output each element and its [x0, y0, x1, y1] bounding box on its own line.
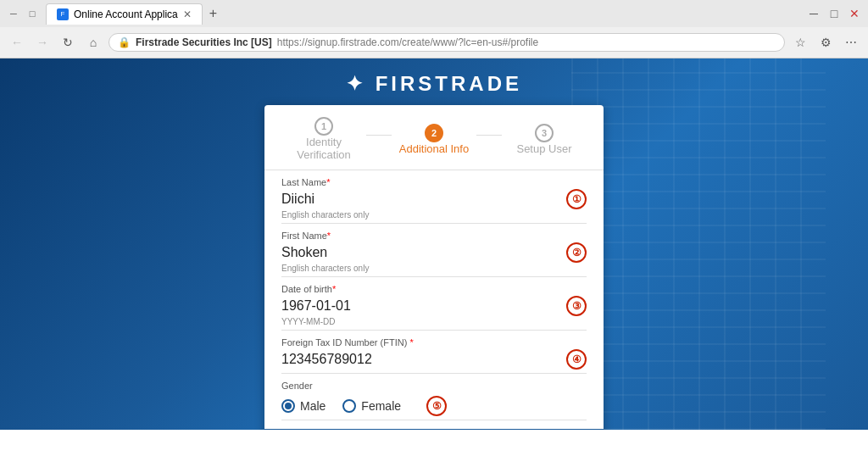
badge-2: ②: [566, 242, 587, 263]
logo-area: ✦ FIRSTRADE: [346, 72, 522, 96]
minimize-button[interactable]: ─: [7, 7, 20, 20]
first-name-label: First Name*: [281, 231, 587, 241]
tab-bar: F Online Account Applica ✕ +: [46, 2, 800, 25]
gender-label: Gender: [281, 381, 587, 391]
last-name-label: Last Name*: [281, 177, 587, 187]
step-1-label: Identity Verification: [297, 136, 351, 161]
title-bar: ─ □ F Online Account Applica ✕ + ─ □ ✕: [0, 0, 868, 27]
maximize-button[interactable]: □: [25, 7, 39, 20]
win-restore-button[interactable]: □: [827, 7, 841, 20]
step-3-circle: 3: [535, 124, 554, 142]
window-controls-left: ─ □: [7, 7, 39, 20]
male-option[interactable]: Male: [281, 399, 326, 413]
step-2-label: Additional Info: [399, 142, 469, 155]
ftin-value[interactable]: 123456789012 ④: [281, 349, 587, 370]
refresh-button[interactable]: ↻: [58, 32, 78, 53]
form-card: 1 Identity Verification 2 Additional Inf…: [264, 105, 604, 430]
active-tab[interactable]: F Online Account Applica ✕: [46, 3, 203, 25]
address-bar[interactable]: 🔒 Firstrade Securities Inc [US] https://…: [108, 33, 785, 52]
male-label: Male: [300, 399, 326, 413]
tab-close-button[interactable]: ✕: [183, 8, 192, 20]
last-name-group: Last Name* Diichi ① English characters o…: [281, 170, 587, 224]
window-controls-right: ─ □ ✕: [807, 7, 861, 20]
browser-chrome: ─ □ F Online Account Applica ✕ + ─ □ ✕: [0, 0, 868, 58]
dob-group: Date of birth* 1967-01-01 ③ YYYY-MM-DD: [281, 277, 587, 331]
back-button[interactable]: ←: [7, 32, 27, 53]
extensions-button[interactable]: ⚙: [815, 32, 836, 53]
badge-3: ③: [566, 296, 587, 316]
new-tab-button[interactable]: +: [203, 2, 224, 25]
dob-value[interactable]: 1967-01-01 ③: [281, 296, 587, 316]
forward-button[interactable]: →: [32, 32, 53, 53]
badge-5: ⑤: [426, 396, 447, 416]
step-divider-1: [366, 135, 392, 136]
ftin-group: Foreign Tax ID Number (FTIN) * 123456789…: [281, 331, 587, 374]
address-url: https://signup.firstrade.com/create/www/…: [277, 36, 538, 48]
win-minimize-button[interactable]: ─: [807, 7, 821, 20]
step-3-label: Setup User: [516, 142, 571, 155]
address-site: Firstrade Securities Inc [US]: [136, 36, 272, 48]
step-divider-2: [476, 135, 502, 136]
steps-header: 1 Identity Verification 2 Additional Inf…: [264, 105, 604, 170]
page-content: ✦ FIRSTRADE 1 Identity Verification 2: [0, 58, 868, 430]
home-button[interactable]: ⌂: [83, 32, 103, 53]
tab-title: Online Account Applica: [74, 8, 178, 20]
step-1[interactable]: 1 Identity Verification: [281, 117, 366, 161]
dob-label: Date of birth*: [281, 284, 587, 294]
gender-options: Male Female ⑤: [281, 396, 587, 416]
menu-button[interactable]: ⋯: [841, 32, 861, 53]
first-name-group: First Name* Shoken ② English characters …: [281, 224, 587, 277]
logo-text: ✦ FIRSTRADE: [346, 72, 522, 96]
first-name-value[interactable]: Shoken ②: [281, 242, 587, 263]
first-name-hint: English characters only: [281, 264, 587, 273]
bookmark-button[interactable]: ☆: [790, 32, 810, 53]
female-radio[interactable]: [342, 399, 356, 413]
form-body: Last Name* Diichi ① English characters o…: [264, 170, 604, 429]
tab-favicon: F: [57, 8, 69, 20]
step-3[interactable]: 3 Setup User: [502, 124, 587, 155]
address-section-header: Legal Residential Address: [264, 429, 604, 430]
step-2[interactable]: 2 Additional Info: [392, 124, 476, 155]
gender-section: Gender Male Female ⑤: [281, 374, 587, 420]
address-bar-row: ← → ↻ ⌂ 🔒 Firstrade Securities Inc [US] …: [0, 27, 868, 58]
ftin-label: Foreign Tax ID Number (FTIN) *: [281, 337, 587, 348]
dob-hint: YYYY-MM-DD: [281, 317, 587, 326]
badge-4: ④: [566, 349, 587, 370]
last-name-hint: English characters only: [281, 210, 587, 220]
badge-1: ①: [566, 189, 587, 209]
last-name-value[interactable]: Diichi ①: [281, 189, 587, 209]
step-1-circle: 1: [314, 117, 333, 136]
female-label: Female: [361, 399, 401, 413]
step-2-circle: 2: [425, 124, 443, 142]
lock-icon: 🔒: [118, 36, 131, 48]
win-close-button[interactable]: ✕: [848, 7, 861, 20]
female-option[interactable]: Female: [342, 399, 401, 413]
male-radio[interactable]: [281, 399, 295, 413]
